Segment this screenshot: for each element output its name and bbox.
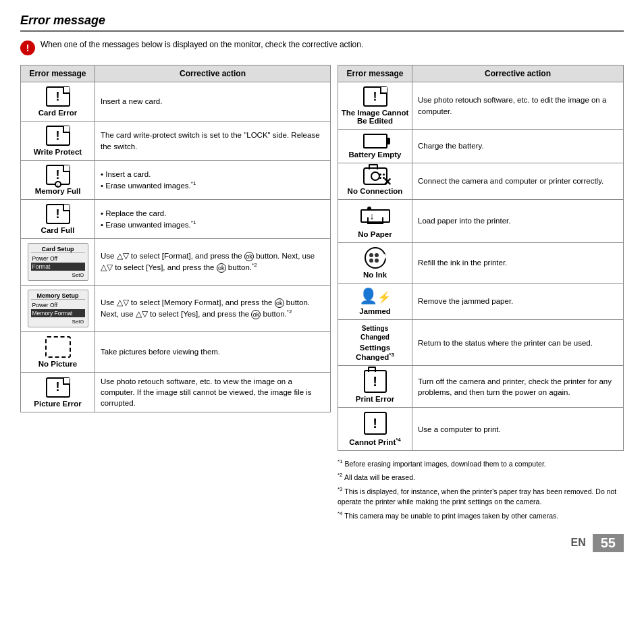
page-number: 55 [593, 534, 624, 552]
left-table: Error message Corrective action ! Card E… [20, 65, 331, 412]
icon-label: Battery Empty [341, 151, 409, 159]
action-text: Use a computer to print. [418, 425, 501, 433]
table-row: ! The Image Cannot Be EditedUse photo re… [338, 82, 624, 130]
icon-label: Settings Changed*3 [341, 344, 409, 361]
warning-icon: ! [20, 41, 35, 55]
table-row: ✕ No ConnectionConnect the camera and co… [338, 163, 624, 200]
battery-icon [363, 134, 387, 149]
table-row: No PictureTake pictures before viewing t… [21, 332, 331, 373]
intro-box: ! When one of the messages below is disp… [20, 40, 624, 55]
table-row: ! Picture ErrorUse photo retouch softwar… [21, 373, 331, 412]
action-text: Use photo retouch software, etc. to view… [101, 377, 312, 407]
right-column: Error message Corrective action ! The Im… [338, 65, 624, 523]
table-row: ↓ No PaperLoad paper into the printer. [338, 200, 624, 243]
table-row: 👤⚡ JammedRemove the jammed paper. [338, 284, 624, 320]
table-row: ! Card ErrorInsert a new card. [21, 82, 331, 122]
action-text: • Insert a card. [101, 170, 151, 178]
footnotes: *1 Before erasing important images, down… [338, 458, 624, 521]
action-text: Remove the jammed paper. [418, 297, 513, 305]
page-title: Error message [20, 14, 624, 32]
action-text: Load paper into the printer. [418, 217, 510, 225]
action-text: • Erase unwanted images.*1 [101, 221, 196, 229]
action-text: Refill the ink in the printer. [418, 259, 507, 267]
icon-label: Cannot Print*4 [341, 437, 409, 446]
icon-label: Memory Full [24, 187, 92, 195]
en-label: EN [571, 537, 586, 549]
left-header-error: Error message [21, 65, 95, 82]
icon-label: No Connection [341, 187, 409, 195]
settings-icon: SettingsChanged [341, 324, 409, 342]
action-text: Use photo retouch software, etc. to edit… [418, 96, 606, 115]
icon-label: Picture Error [24, 400, 92, 408]
right-header-error: Error message [338, 65, 412, 82]
action-text: Connect the camera and computer or print… [418, 177, 603, 185]
printer-icon: ↓ [360, 204, 390, 228]
card-icon: ! [46, 204, 70, 224]
left-header-action: Corrective action [95, 65, 331, 82]
table-row: ! Card Full• Replace the card.• Erase un… [21, 200, 331, 239]
card-icon: ! [46, 86, 70, 107]
table-row: ! Write ProtectThe card write-protect sw… [21, 122, 331, 161]
right-header-action: Corrective action [412, 65, 624, 82]
action-text: Insert a new card. [101, 97, 162, 105]
page-footer: EN 55 [20, 534, 624, 552]
action-text: • Erase unwanted images.*1 [101, 182, 196, 190]
table-row: ! ↓ Memory Full• Insert a card.• Erase u… [21, 161, 331, 200]
main-layout: Error message Corrective action ! Card E… [20, 65, 624, 523]
table-row: Memory Setup Power Off Memory Format Set… [21, 286, 331, 332]
table-row: Card Setup Power Off Format Set⊙ Use △▽ … [21, 239, 331, 286]
icon-label: No Paper [341, 230, 409, 238]
card-icon: ! [46, 377, 70, 398]
action-text: The card write-protect switch is set to … [101, 131, 320, 150]
action-text: • Replace the card. [101, 209, 166, 217]
icon-label: Card Full [24, 226, 92, 234]
action-text: Charge the battery. [418, 142, 484, 150]
camera-x-icon: ✕ [363, 167, 387, 185]
footnote-item: *3 This is displayed, for instance, when… [338, 485, 624, 508]
right-table: Error message Corrective action ! The Im… [338, 65, 624, 451]
cannot-print-icon: ! [364, 412, 387, 435]
icon-label: The Image Cannot Be Edited [341, 109, 409, 125]
table-row: Battery EmptyCharge the battery. [338, 130, 624, 163]
icon-label: No Picture [24, 360, 92, 368]
action-text: Return to the status where the printer c… [418, 339, 593, 347]
dashed-box-icon [45, 336, 71, 358]
table-row: ! Print ErrorTurn off the camera and pri… [338, 366, 624, 408]
action-text: Use △▽ to select [Format], and press the… [101, 252, 315, 271]
intro-text: When one of the messages below is displa… [41, 40, 363, 49]
card-icon: ! [363, 86, 387, 107]
table-row: SettingsChanged Settings Changed*3Return… [338, 320, 624, 366]
action-text: Turn off the camera and printer, check t… [418, 377, 612, 396]
icon-label: Jammed [341, 307, 409, 315]
icon-label: Write Protect [24, 148, 92, 156]
footnote-item: *4 This camera may be unable to print im… [338, 510, 624, 521]
action-text: Take pictures before viewing them. [101, 348, 220, 356]
card-icon: ! [46, 126, 70, 146]
icon-label: Card Error [24, 109, 92, 117]
memory-setup-screen: Memory Setup Power Off Memory Format Set… [28, 290, 88, 327]
table-row: !Cannot Print*4Use a computer to print. [338, 408, 624, 451]
icon-label: Print Error [341, 395, 409, 403]
footnote-item: *1 Before erasing important images, down… [338, 458, 624, 469]
print-error-icon: ! [364, 370, 387, 393]
left-column: Error message Corrective action ! Card E… [20, 65, 331, 523]
table-row: No InkRefill the ink in the printer. [338, 243, 624, 284]
footnote-item: *2 All data will be erased. [338, 471, 624, 483]
action-text: Use △▽ to select [Memory Format], and pr… [101, 298, 310, 318]
icon-label: No Ink [341, 271, 409, 279]
jammed-icon: 👤⚡ [341, 288, 409, 305]
card-setup-screen: Card Setup Power Off Format Set⊙ [28, 243, 88, 281]
ink-palette-icon [365, 247, 386, 269]
